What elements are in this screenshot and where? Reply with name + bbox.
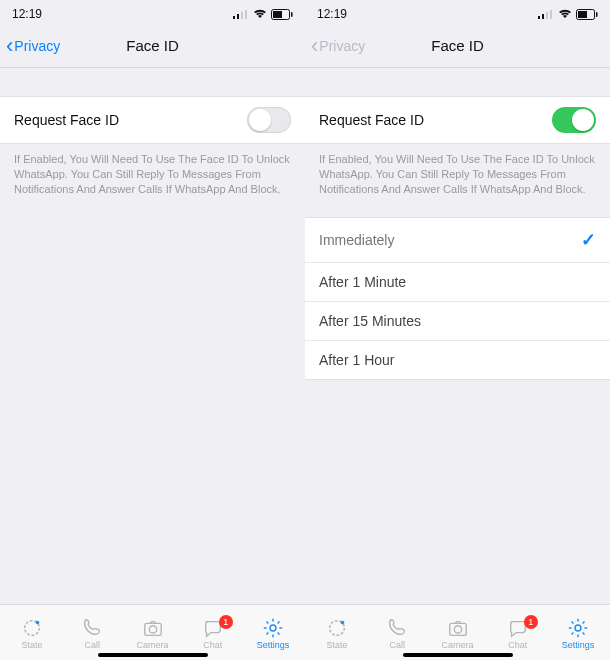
- content-area: Request Face ID If Enabled, You Will Nee…: [305, 68, 610, 604]
- tab-label: Call: [390, 640, 406, 650]
- svg-rect-5: [273, 11, 282, 18]
- option-after-15-minutes[interactable]: After 15 Minutes: [305, 302, 610, 341]
- back-button[interactable]: ‹ Privacy: [311, 35, 365, 57]
- request-faceid-label: Request Face ID: [319, 112, 424, 128]
- status-indicators: [233, 9, 293, 20]
- svg-point-23: [575, 625, 581, 631]
- chevron-left-icon: ‹: [311, 35, 318, 57]
- request-faceid-row[interactable]: Request Face ID: [0, 96, 305, 144]
- option-immediately[interactable]: Immediately ✓: [305, 218, 610, 263]
- svg-rect-12: [538, 16, 540, 19]
- tab-camera[interactable]: Camera: [122, 617, 182, 650]
- tab-label: Settings: [257, 640, 290, 650]
- battery-icon: [576, 9, 598, 20]
- option-after-1-minute[interactable]: After 1 Minute: [305, 263, 610, 302]
- tab-settings[interactable]: Settings: [243, 617, 303, 650]
- option-label: Immediately: [319, 232, 394, 248]
- tab-label: Camera: [442, 640, 474, 650]
- page-title: Face ID: [431, 37, 484, 54]
- camera-icon: [446, 617, 470, 639]
- tab-label: State: [22, 640, 43, 650]
- content-area: Request Face ID If Enabled, You Will Nee…: [0, 68, 305, 604]
- svg-rect-2: [241, 12, 243, 19]
- request-faceid-toggle[interactable]: [552, 107, 596, 133]
- page-title: Face ID: [126, 37, 179, 54]
- svg-rect-13: [542, 14, 544, 19]
- tab-label: Chat: [203, 640, 222, 650]
- svg-rect-14: [546, 12, 548, 19]
- signal-icon: [538, 9, 554, 19]
- svg-point-11: [270, 625, 276, 631]
- phone-icon: [385, 617, 409, 639]
- back-label: Privacy: [319, 38, 365, 54]
- svg-point-8: [36, 621, 40, 625]
- phone-left: 12:19 ‹ Privacy Face ID Request Face ID …: [0, 0, 305, 660]
- nav-bar: ‹ Privacy Face ID: [305, 24, 610, 68]
- svg-rect-6: [291, 12, 293, 17]
- check-icon: ✓: [581, 229, 596, 251]
- gear-icon: [261, 617, 285, 639]
- option-after-1-hour[interactable]: After 1 Hour: [305, 341, 610, 379]
- option-label: After 1 Minute: [319, 274, 406, 290]
- status-time: 12:19: [317, 7, 347, 21]
- wifi-icon: [253, 9, 267, 19]
- request-faceid-label: Request Face ID: [14, 112, 119, 128]
- tab-bar: State Call Camera 1 Chat Settings: [0, 604, 305, 660]
- signal-icon: [233, 9, 249, 19]
- phone-icon: [80, 617, 104, 639]
- tab-bar: State Call Camera 1 Chat Settings: [305, 604, 610, 660]
- tab-settings[interactable]: Settings: [548, 617, 608, 650]
- autolock-options: Immediately ✓ After 1 Minute After 15 Mi…: [305, 217, 610, 380]
- request-faceid-row[interactable]: Request Face ID: [305, 96, 610, 144]
- nav-bar: ‹ Privacy Face ID: [0, 24, 305, 68]
- chevron-left-icon: ‹: [6, 35, 13, 57]
- tab-label: State: [327, 640, 348, 650]
- tab-label: Call: [85, 640, 101, 650]
- svg-rect-3: [245, 10, 247, 19]
- state-icon: [20, 617, 44, 639]
- tab-state[interactable]: State: [307, 617, 367, 650]
- request-faceid-note: If Enabled, You Will Need To Use The Fac…: [305, 144, 610, 197]
- battery-icon: [271, 9, 293, 20]
- svg-rect-17: [578, 11, 587, 18]
- svg-rect-1: [237, 14, 239, 19]
- svg-rect-18: [596, 12, 598, 17]
- tab-chat[interactable]: 1 Chat: [488, 617, 548, 650]
- status-time: 12:19: [12, 7, 42, 21]
- tab-camera[interactable]: Camera: [427, 617, 487, 650]
- back-label: Privacy: [14, 38, 60, 54]
- status-bar: 12:19: [0, 0, 305, 24]
- camera-icon: [141, 617, 165, 639]
- svg-point-10: [149, 626, 156, 633]
- option-label: After 1 Hour: [319, 352, 394, 368]
- status-indicators: [538, 9, 598, 20]
- tab-label: Camera: [137, 640, 169, 650]
- home-indicator: [98, 653, 208, 657]
- tab-label: Settings: [562, 640, 595, 650]
- wifi-icon: [558, 9, 572, 19]
- svg-rect-15: [550, 10, 552, 19]
- tab-state[interactable]: State: [2, 617, 62, 650]
- gear-icon: [566, 617, 590, 639]
- chat-badge: 1: [219, 615, 233, 629]
- tab-chat[interactable]: 1 Chat: [183, 617, 243, 650]
- option-label: After 15 Minutes: [319, 313, 421, 329]
- state-icon: [325, 617, 349, 639]
- tab-call[interactable]: Call: [62, 617, 122, 650]
- back-button[interactable]: ‹ Privacy: [6, 35, 60, 57]
- svg-rect-0: [233, 16, 235, 19]
- request-faceid-note: If Enabled, You Will Need To Use The Fac…: [0, 144, 305, 197]
- home-indicator: [403, 653, 513, 657]
- tab-label: Chat: [508, 640, 527, 650]
- phone-right: 12:19 ‹ Privacy Face ID Request Face ID …: [305, 0, 610, 660]
- status-bar: 12:19: [305, 0, 610, 24]
- chat-badge: 1: [524, 615, 538, 629]
- svg-point-20: [341, 621, 345, 625]
- svg-point-22: [454, 626, 461, 633]
- request-faceid-toggle[interactable]: [247, 107, 291, 133]
- tab-call[interactable]: Call: [367, 617, 427, 650]
